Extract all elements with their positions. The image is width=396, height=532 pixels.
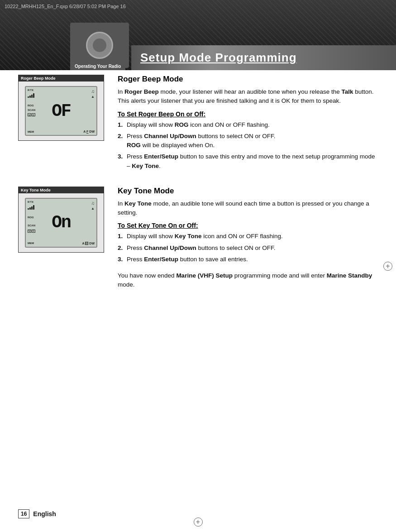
key-tone-left: Key Tone Mode R TX [18, 187, 109, 290]
page-footer: 16 English [18, 509, 56, 518]
roger-beep-intro: In Roger Beep mode, your listener will h… [118, 87, 378, 106]
roger-beep-step-3: 3. Press Enter/Setup button to save this… [118, 152, 378, 171]
reg-mark-bottom [194, 518, 203, 527]
kt-lcd-right-icons: ♫ ▲ [91, 201, 95, 211]
closing-text: You have now ended Marine (VHF) Setup pr… [118, 271, 378, 290]
sub-tab-label: Operating Your Radio [70, 62, 125, 70]
key-tone-section-title: Key Tone Mode [118, 187, 378, 196]
rx-tx-label: R TX [28, 89, 35, 91]
lcd-left-icons: R TX ROG [28, 89, 35, 116]
header-circle-icon [86, 32, 113, 59]
key-tone-steps: 1. Display will show Key Tone icon and O… [118, 232, 378, 264]
header-circle-inner [93, 38, 106, 52]
kt-lcd-bottom-right: A B DW [82, 242, 95, 245]
file-info-bar: 10222_MRHH125_En_F.qxp 6/28/07 5:02 PM P… [0, 4, 396, 9]
main-content: Roger Beep Mode R TX [18, 75, 378, 496]
kt-note-icon: ♫ [91, 201, 95, 206]
key-tone-label: Key Tone Mode [19, 187, 104, 193]
note-icon: ♫ [91, 89, 95, 94]
key-tone-screen: R TX ROG [19, 193, 104, 252]
roger-beep-right: Roger Beep Mode In Roger Beep mode, your… [118, 75, 378, 173]
key-tone-intro: In Key Tone mode, an audible tone will s… [118, 199, 378, 218]
key-tone-lcd-display: On [52, 213, 71, 232]
lcd-bottom-right: A F DW [83, 130, 95, 133]
file-info-text: 10222_MRHH125_En_F.qxp 6/28/07 5:02 PM P… [5, 4, 126, 9]
kt-triangle-icon: ▲ [91, 206, 95, 211]
key-tone-lcd: R TX ROG [25, 198, 97, 248]
lcd-right-icons: ♫ ▲ [91, 89, 95, 99]
roger-beep-section: Roger Beep Mode R TX [18, 75, 378, 173]
roger-beep-lcd-display: OF [52, 101, 71, 121]
kt-lcd-bottom-icons: MEM A B DW [28, 242, 95, 245]
roger-beep-section-title: Roger Beep Mode [118, 75, 378, 84]
key-tone-right: Key Tone Mode In Key Tone mode, an audib… [118, 187, 378, 290]
title-banner: Setup Mode Programming [131, 45, 396, 70]
lcd-bottom-icons: MEM A F DW [28, 130, 95, 133]
header-background: Operating Your Radio Setup Mode Programm… [0, 0, 396, 70]
roger-beep-step-1: 1. Display will show ROG icon and ON or … [118, 120, 378, 129]
triangle-icon: ▲ [91, 95, 95, 99]
roger-beep-left: Roger Beep Mode R TX [18, 75, 109, 173]
roger-beep-step-2: 2. Press Channel Up/Down buttons to sele… [118, 132, 378, 150]
roger-beep-lcd: R TX ROG [25, 86, 97, 136]
key-tone-step-1: 1. Display will show Key Tone icon and O… [118, 232, 378, 241]
page-number: 16 [18, 509, 29, 518]
roger-beep-steps: 1. Display will show ROG icon and ON or … [118, 120, 378, 171]
signal-bars [28, 92, 35, 98]
key-tone-set-title: To Set Key Tone On or Off: [118, 222, 378, 229]
key-tone-step-2: 2. Press Channel Up/Down buttons to sele… [118, 244, 378, 253]
key-tone-section: Key Tone Mode R TX [18, 187, 378, 290]
key-tone-step-3: 3. Press Enter/Setup button to save all … [118, 255, 378, 264]
header-icon-area [70, 23, 129, 68]
roger-beep-screen: R TX ROG [19, 81, 104, 140]
kt-lcd-left-icons: R TX ROG [28, 201, 35, 233]
kt-signal-bars [28, 204, 35, 210]
roger-beep-label: Roger Beep Mode [19, 75, 104, 81]
language-label: English [33, 510, 56, 518]
key-tone-device-box: Key Tone Mode R TX [18, 187, 104, 253]
reg-mark-right [383, 262, 392, 271]
page-title: Setup Mode Programming [140, 51, 297, 65]
roger-beep-device-box: Roger Beep Mode R TX [18, 75, 104, 141]
roger-beep-set-title: To Set Roger Beep On or Off: [118, 110, 378, 118]
